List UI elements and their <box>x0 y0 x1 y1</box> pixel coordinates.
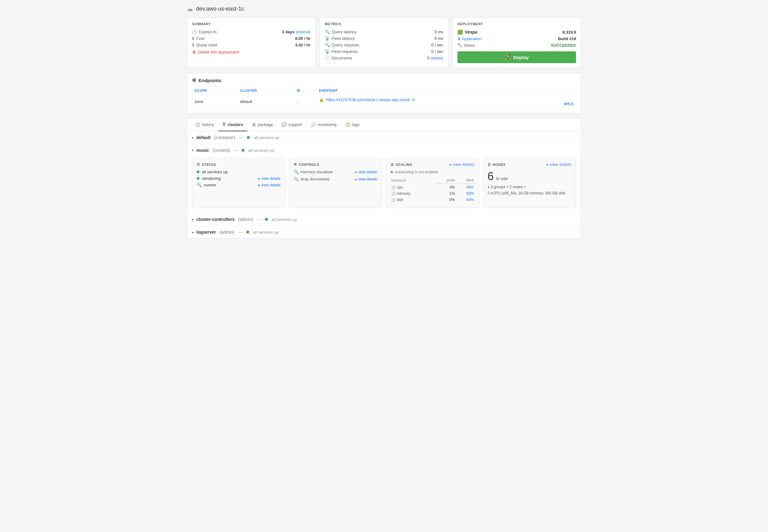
id-cell: - <box>294 95 317 109</box>
application-row: ⬇ Application Build #19 <box>457 36 576 41</box>
documents-row: 📄 Documents 0 (delete) <box>325 56 443 60</box>
endpoint-url-link[interactable]: 🔒 https://e1237638.a2e4da5a.z.vespa-app.… <box>319 97 574 102</box>
cluster-status-text: all services up <box>247 148 274 153</box>
cluster-type: (container) <box>213 135 235 140</box>
rocket-icon: 🚀 <box>505 54 511 60</box>
vespa-row: 🟩 Vespa 8.319.9 <box>457 30 576 35</box>
clusters-tab-icon: ⠿ <box>222 122 226 127</box>
summary-panel: SUMMARY 🕐 Expires in 3 days (extend) $ C… <box>187 17 316 68</box>
expires-label: 🕐 Expires in <box>192 30 217 34</box>
search2-icon: 🔍 <box>325 43 330 47</box>
cluster-sep: — <box>237 230 244 235</box>
deploy-button[interactable]: 🚀 Deploy <box>457 51 576 63</box>
scaling-table: resource peak ideal ⬜cpu 3% 56% ⬜memory … <box>391 177 475 203</box>
resource-icon: ⬜ <box>391 198 396 202</box>
delete-deployment-link[interactable]: 🗑 Delete this deployment <box>192 50 311 54</box>
chevron-icon: ▸ <box>192 217 194 222</box>
cost-icon: $ <box>192 36 194 41</box>
build-number: Build #19 <box>558 36 576 41</box>
resource-icon: ⬜ <box>391 192 396 196</box>
feed-requests-row: 📡 Feed requests 0 / sec <box>325 49 443 54</box>
tab-logs[interactable]: 📋logs <box>341 119 364 131</box>
controls-view-details-link[interactable]: ▸ view details <box>355 170 377 174</box>
cluster-status-dot <box>247 136 250 139</box>
cluster-header-cluster-controllers[interactable]: ▸ cluster-controllers (admin) — all serv… <box>187 213 581 226</box>
feed-icon: 📡 <box>325 36 330 41</box>
application-link[interactable]: ⬇ Application <box>457 36 482 41</box>
resource-icon: ⬜ <box>391 185 396 189</box>
logs-tab-icon: 📋 <box>345 122 350 127</box>
nodes-view-details-link[interactable]: ▸ view details <box>547 162 571 167</box>
status-panel-icon: ☑ <box>197 162 200 166</box>
status-dot <box>197 170 199 173</box>
endpoints-icon: ⚙ <box>192 77 196 83</box>
cluster-name: cluster-controllers <box>196 217 235 222</box>
nodes-icon: ☰ <box>488 163 491 167</box>
quota-icon: $ <box>192 43 194 47</box>
scope-cell: zone <box>192 95 237 109</box>
query-requests-row: 🔍 Query requests 0 / sec <box>325 43 443 47</box>
cluster-name: logserver <box>196 230 216 235</box>
cluster-status-text: all services up <box>252 230 279 235</box>
cluster-sep: — <box>238 135 245 140</box>
documents-delete-link[interactable]: (delete) <box>431 56 443 60</box>
summary-title: SUMMARY <box>192 22 311 26</box>
endpoints-title: ⚙ Endpoints <box>192 77 576 83</box>
table-row: zone default - 🔒 https://e1237638.a2e4da… <box>192 95 576 109</box>
deployment-panel: DEPLOYMENT 🟩 Vespa 8.319.9 ⬇ Application… <box>452 17 581 68</box>
green-lock-icon: 🔒 <box>319 97 324 102</box>
chevron-icon: ▸ <box>192 136 194 140</box>
cluster-name: music <box>196 148 209 153</box>
nodes-count-row: 6 in use <box>488 170 572 183</box>
cluster-status-dot <box>241 149 245 152</box>
cluster-sep: — <box>255 217 262 222</box>
cluster-header-logserver[interactable]: ▸ logserver (admin) — all services up <box>187 226 581 238</box>
controls-row: 🔍 memory visualizer ▸ view details <box>294 170 378 174</box>
status-item: reindexing▸ view details <box>197 176 281 181</box>
cluster-type: (admin) <box>218 230 234 235</box>
nodes-groups-detail: ● 3 groups × 2 nodes × <box>488 185 572 189</box>
vespa-version: 8.319.9 <box>563 30 576 35</box>
cluster-header-default[interactable]: ▸ default (container) — all services up <box>187 131 581 144</box>
nodes-in-use: in use <box>496 176 508 181</box>
chevron-icon: ▸ <box>192 230 194 234</box>
clock-icon: 🕐 <box>192 30 197 34</box>
tab-clusters[interactable]: ⠿clusters <box>218 119 247 131</box>
tab-monitoring[interactable]: 📈monitoring <box>307 119 341 131</box>
endpoints-panel: ⚙ Endpoints SCOPE CLUSTER ID ENDPOINT zo… <box>187 73 581 113</box>
cluster-status-text: all services up <box>252 135 279 140</box>
status-view-details-link[interactable]: ▸ view details <box>258 176 280 181</box>
cluster-name: default <box>196 135 211 140</box>
metrics-title: METRICS <box>325 22 443 26</box>
cluster-header-music[interactable]: ▾ music (content) — all services up <box>187 144 581 156</box>
query-latency-row: 🔍 Query latency 0 ms <box>325 30 443 34</box>
scaling-view-details-link[interactable]: ▸ view details <box>450 162 474 167</box>
cluster-sep: — <box>232 148 239 153</box>
tab-support[interactable]: 💬support <box>277 119 306 131</box>
autoscaling-dot <box>391 171 393 173</box>
clusters-container: ▸ default (container) — all services up … <box>187 131 581 238</box>
tab-package[interactable]: 🖥package <box>247 119 277 131</box>
endpoints-table: SCOPE CLUSTER ID ENDPOINT zone default -… <box>192 87 576 109</box>
controls-sub-panel: ⚙ CONTROLS 🔍 memory visualizer ▸ view de… <box>289 158 382 208</box>
monitoring-tab-icon: 📈 <box>311 122 316 127</box>
cloud-icon: ☁ <box>187 5 193 12</box>
search-icon: 🔍 <box>325 30 330 34</box>
status-view-details-link[interactable]: ▸ view details <box>258 183 280 187</box>
controls-view-details-link[interactable]: ▸ view details <box>355 177 377 181</box>
col-scope: SCOPE <box>192 87 237 95</box>
nodes-count: 6 <box>488 170 494 183</box>
scaling-icon: ⚖ <box>391 163 394 167</box>
copy-icon[interactable]: ⧉ <box>412 97 415 102</box>
feed-latency-row: 📡 Feed latency 0 ms <box>325 36 443 41</box>
status-item: 🔍events▸ view details <box>197 183 281 187</box>
cluster-status-dot <box>246 231 249 234</box>
extend-link[interactable]: (extend) <box>296 30 311 34</box>
tab-history[interactable]: 📋history <box>191 119 218 131</box>
cluster-status-dot <box>265 218 268 221</box>
status-dot <box>197 177 199 180</box>
scaling-row: ⬜disk 0% 60% <box>391 197 474 203</box>
download-icon: ⬇ <box>457 36 461 41</box>
metrics-panel: METRICS 🔍 Query latency 0 ms 📡 Feed late… <box>320 17 449 68</box>
events-icon: 🔍 <box>197 183 202 187</box>
